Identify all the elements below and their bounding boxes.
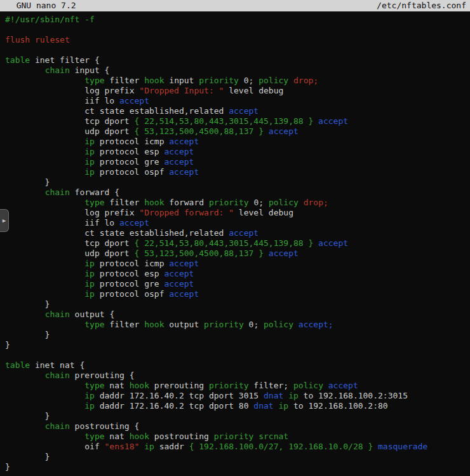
code-token: 0; <box>244 320 264 329</box>
code-line: type nat hook prerouting priority filter… <box>5 381 470 391</box>
code-token: priority <box>209 381 249 390</box>
code-token: log prefix <box>5 208 139 217</box>
code-line: ip protocol icmp accept <box>5 137 470 147</box>
code-line: iif lo accept <box>5 96 470 106</box>
code-token <box>283 391 288 400</box>
side-panel-toggle[interactable]: ▶ <box>0 209 9 232</box>
code-line: ct state established,related accept <box>5 106 470 116</box>
code-line: ip protocol esp accept <box>5 269 470 279</box>
code-token: policy <box>264 320 293 329</box>
code-token: drop; <box>304 198 328 207</box>
code-token: prerouting { <box>70 371 135 380</box>
code-token <box>5 167 84 177</box>
code-token: tcp dport <box>5 238 135 248</box>
code-line: chain input { <box>5 65 470 76</box>
code-line: chain forward { <box>5 187 470 198</box>
code-token <box>5 259 84 268</box>
code-token: postrouting <box>149 432 214 441</box>
code-token: accept <box>269 126 299 136</box>
code-token: policy <box>293 381 323 390</box>
code-token: ip <box>84 137 95 146</box>
file-path: /etc/nftables.conf <box>377 0 466 11</box>
code-token: chain <box>45 421 70 431</box>
code-token: } <box>5 177 50 187</box>
code-token: ip <box>84 259 95 268</box>
code-token <box>5 137 84 146</box>
code-token <box>5 381 84 390</box>
code-token: 0; <box>249 198 269 207</box>
code-token <box>5 320 84 329</box>
code-line: type filter hook forward priority 0; pol… <box>5 198 470 208</box>
code-token: hook <box>144 320 164 329</box>
expand-arrow-icon: ▶ <box>3 218 6 224</box>
code-token: hook <box>144 198 164 207</box>
code-token: type <box>84 432 104 441</box>
code-token: nat <box>105 381 130 390</box>
code-token: accept <box>164 269 194 278</box>
code-token: inet filter { <box>30 55 100 65</box>
code-token: accept <box>164 157 194 167</box>
code-token: { 53,123,500,4500,88,137 } <box>135 126 264 136</box>
code-token: protocol ospf <box>95 289 169 299</box>
code-token: table <box>5 360 30 370</box>
code-token: 0; <box>239 76 258 85</box>
code-token: iif lo <box>5 96 119 105</box>
code-token: postrouting { <box>70 421 140 431</box>
code-line: } <box>5 452 470 462</box>
code-token: accept <box>318 116 348 126</box>
code-line: } <box>5 411 470 421</box>
code-token: { 192.168.100.0/27, 192.168.10.0/28 } <box>189 442 373 451</box>
code-token: type <box>84 198 104 207</box>
code-token: masquerade <box>378 442 427 451</box>
code-token: hook <box>144 76 164 85</box>
code-token: protocol gre <box>95 157 164 167</box>
code-token <box>5 421 45 431</box>
code-token: "Dropped forward: " <box>139 208 234 217</box>
code-token: to 192.168.100.2:3015 <box>299 391 408 400</box>
code-token: policy <box>269 198 299 207</box>
code-token: tcp dport <box>5 116 135 126</box>
code-token: chain <box>45 187 70 197</box>
code-line: ip protocol esp accept <box>5 147 470 157</box>
code-token: saddr <box>154 442 189 451</box>
code-line: type nat hook postrouting priority srcna… <box>5 432 470 442</box>
code-line: } <box>5 462 470 472</box>
code-line: chain postrouting { <box>5 421 470 432</box>
code-line: ip protocol gre accept <box>5 279 470 289</box>
code-token: input { <box>70 65 110 75</box>
code-token: dnat <box>264 391 283 400</box>
editor-buffer[interactable]: #!/usr/sbin/nft -fflush rulesettable ine… <box>0 11 470 472</box>
code-token: } <box>5 452 50 461</box>
code-token: log prefix <box>5 86 139 95</box>
code-token <box>5 198 84 207</box>
code-line: type filter hook output priority 0; poli… <box>5 320 470 330</box>
code-token: ip <box>144 442 154 451</box>
code-token: protocol ospf <box>95 167 169 177</box>
code-token: type <box>84 320 104 329</box>
code-token: filter <box>105 320 145 329</box>
code-token: input <box>164 76 199 85</box>
code-token <box>5 309 45 319</box>
code-line: chain prerouting { <box>5 371 470 381</box>
code-token: accept <box>169 289 199 299</box>
code-line <box>5 350 470 360</box>
code-token: forward { <box>70 187 119 197</box>
code-token <box>139 442 144 451</box>
code-token: accept <box>229 228 258 238</box>
code-line: table inet filter { <box>5 55 470 65</box>
code-token <box>5 432 84 441</box>
code-token: accept <box>169 137 199 146</box>
code-token: protocol esp <box>95 269 164 278</box>
code-token: filter; <box>249 381 293 390</box>
code-token: ip <box>84 147 95 156</box>
code-token <box>5 401 84 411</box>
code-line: chain output { <box>5 309 470 320</box>
code-token <box>313 238 318 248</box>
code-token: flush ruleset <box>5 35 70 44</box>
code-token: ip <box>84 391 95 400</box>
code-token <box>323 381 328 390</box>
code-token <box>5 289 84 299</box>
code-token: ip <box>84 167 95 177</box>
code-token: level debug <box>234 208 293 217</box>
code-token: type <box>84 381 104 390</box>
